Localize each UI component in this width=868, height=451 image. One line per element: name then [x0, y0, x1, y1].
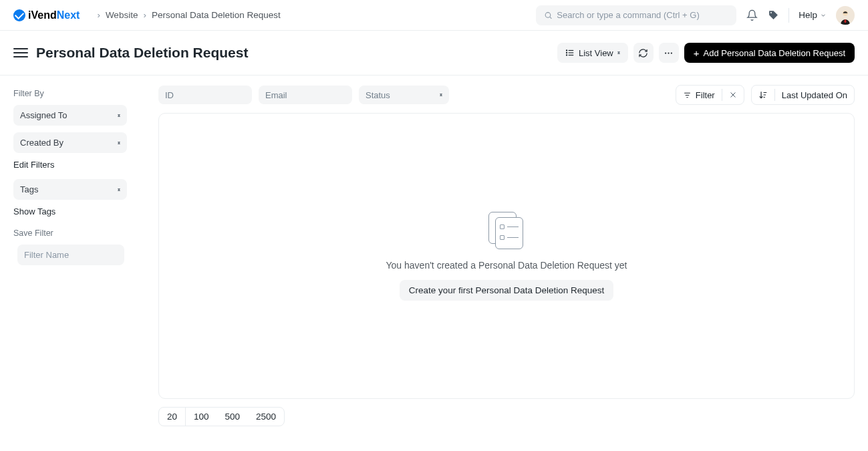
created-by-label: Created By [20, 138, 63, 148]
chevron-right-icon: › [143, 10, 146, 20]
chevron-right-icon: › [97, 10, 100, 20]
page-size-500[interactable]: 500 [217, 408, 249, 426]
add-record-button[interactable]: + Add Personal Data Deletion Request [684, 43, 855, 63]
filter-button-label: Filter [696, 90, 715, 100]
svg-point-11 [668, 52, 670, 53]
filter-icon [683, 91, 692, 100]
refresh-button[interactable] [633, 43, 654, 63]
sort-button-group: Last Updated On [751, 85, 855, 105]
divider [788, 8, 789, 23]
status-label: Status [366, 90, 390, 100]
sort-icon [758, 90, 768, 100]
hamburger-line [13, 48, 28, 49]
svg-point-10 [665, 52, 666, 53]
page-title: Personal Data Deletion Request [36, 45, 248, 61]
svg-point-12 [671, 52, 672, 53]
email-filter-input[interactable] [259, 86, 352, 104]
avatar-icon [837, 9, 853, 25]
global-search[interactable] [536, 5, 736, 25]
column-filters-row: Status ▴▾ Filter Last U [158, 85, 855, 105]
page-size-100[interactable]: 100 [186, 408, 217, 426]
create-first-button[interactable]: Create your first Personal Data Deletion… [400, 280, 614, 301]
breadcrumb-item-current[interactable]: Personal Data Deletion Request [152, 10, 281, 20]
view-switcher[interactable]: List View ▴▾ [557, 43, 628, 63]
help-label: Help [799, 10, 817, 20]
filter-sidebar: Filter By Assigned To ▴▾ Created By ▴▾ E… [13, 76, 144, 426]
search-icon [544, 11, 553, 20]
search-input[interactable] [557, 10, 728, 20]
plus-icon: + [694, 48, 700, 58]
main-layout: Filter By Assigned To ▴▾ Created By ▴▾ E… [0, 75, 868, 440]
logo-mark-icon [13, 9, 25, 21]
list-content: Status ▴▾ Filter Last U [158, 76, 855, 426]
filter-name-input[interactable] [17, 245, 124, 265]
refresh-icon [638, 48, 648, 58]
sort-label: Last Updated On [782, 90, 847, 100]
tags-button[interactable] [767, 9, 779, 21]
assigned-to-filter[interactable]: Assigned To ▴▾ [13, 105, 127, 126]
chevron-down-icon [820, 12, 827, 19]
brand-text-2: Next [57, 9, 80, 21]
page-size-20[interactable]: 20 [159, 408, 186, 426]
page-header: Personal Data Deletion Request List View… [0, 31, 868, 75]
id-filter-input[interactable] [158, 86, 252, 104]
close-icon [729, 91, 737, 99]
view-label: List View [579, 48, 613, 58]
user-avatar[interactable] [836, 6, 855, 25]
sort-direction-button[interactable] [752, 90, 774, 100]
svg-line-1 [550, 17, 551, 18]
menu-button[interactable] [659, 43, 679, 63]
hamburger-line [13, 56, 28, 57]
clear-filter-button[interactable] [722, 91, 744, 99]
svg-point-7 [566, 50, 567, 51]
assigned-to-label: Assigned To [20, 110, 67, 120]
price-tag-icon [768, 9, 779, 21]
sidebar-toggle[interactable] [13, 45, 28, 60]
save-filter-label: Save Filter [13, 229, 144, 238]
breadcrumb: › Website › Personal Data Deletion Reque… [92, 10, 280, 20]
created-by-filter[interactable]: Created By ▴▾ [13, 132, 127, 153]
list-icon [565, 48, 575, 57]
tags-filter[interactable]: Tags ▴▾ [13, 179, 127, 200]
add-button-label: Add Personal Data Deletion Request [704, 48, 845, 58]
filter-button[interactable]: Filter [676, 90, 722, 100]
breadcrumb-item-website[interactable]: Website [106, 10, 138, 20]
empty-state-card: You haven't created a Personal Data Dele… [158, 113, 855, 399]
svg-point-8 [566, 52, 567, 53]
svg-point-2 [770, 12, 772, 13]
filter-button-group: Filter [676, 85, 744, 105]
brand-text-1: iVend [28, 9, 57, 21]
notifications-button[interactable] [746, 9, 758, 21]
status-filter-select[interactable]: Status ▴▾ [359, 86, 449, 104]
filter-by-label: Filter By [13, 89, 144, 98]
help-menu[interactable]: Help [799, 10, 827, 20]
sort-field-button[interactable]: Last Updated On [775, 90, 854, 100]
page-size-2500[interactable]: 2500 [248, 408, 284, 426]
show-tags-link[interactable]: Show Tags [13, 206, 144, 216]
tags-label: Tags [20, 184, 38, 194]
page-size-selector: 20 100 500 2500 [158, 407, 285, 426]
empty-state-message: You haven't created a Personal Data Dele… [386, 260, 627, 271]
dots-horizontal-icon [664, 48, 674, 58]
hamburger-line [13, 52, 28, 53]
svg-point-3 [843, 11, 848, 16]
edit-filters-link[interactable]: Edit Filters [13, 160, 144, 170]
bell-icon [746, 9, 758, 21]
svg-point-9 [566, 55, 567, 55]
app-logo[interactable]: iVendNext [13, 9, 80, 21]
empty-state-icon [488, 212, 525, 251]
svg-point-0 [545, 12, 551, 17]
top-navbar: iVendNext › Website › Personal Data Dele… [0, 0, 868, 31]
